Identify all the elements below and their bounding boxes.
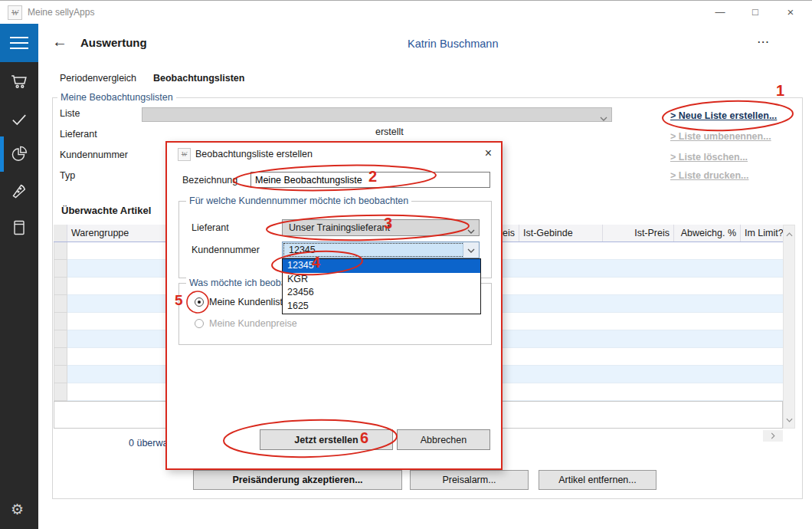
pie-chart-icon[interactable]	[10, 145, 28, 163]
dropdown-option[interactable]: 12345	[283, 259, 480, 273]
link-neue-liste-erstellen[interactable]: > Neue Liste erstellen...	[670, 110, 777, 121]
minimize-button[interactable]: —	[702, 1, 738, 24]
maximize-button[interactable]: □	[738, 1, 773, 24]
bezeichnung-label: Bezeichnung	[182, 175, 237, 186]
app-window: W Meine sellyApps — □ ×	[0, 0, 812, 529]
tab-beobachtungslisten[interactable]: Beobachtungslisten	[153, 73, 244, 84]
page-title: Auswertung	[80, 36, 147, 49]
jetzt-erstellen-button[interactable]: Jetzt erstellen	[260, 429, 393, 450]
typ-label: Typ	[60, 170, 75, 181]
col-abweichg[interactable]: Abweichg. %	[674, 225, 741, 242]
link-liste-drucken[interactable]: > Liste drucken...	[670, 170, 748, 181]
window-titlebar[interactable]: W Meine sellyApps — □ ×	[0, 1, 812, 24]
scroll-right-icon[interactable]	[763, 430, 783, 442]
kundennummer-group-title: Für welche Kundennummer möchte ich beoba…	[186, 196, 411, 206]
sidebar: ⚙	[0, 24, 38, 529]
dropdown-option[interactable]: KGR	[283, 273, 480, 287]
create-watchlist-dialog: W Beobachtungsliste erstellen × Bezeichn…	[165, 141, 503, 470]
more-menu-icon[interactable]: ⋯	[757, 34, 771, 49]
lieferant-value: Unser Trainingslieferant	[289, 222, 390, 233]
dialog-lieferant-label: Lieferant	[192, 222, 229, 233]
gear-icon[interactable]: ⚙	[11, 501, 24, 518]
lieferant-label: Lieferant	[60, 129, 97, 140]
radio-meine-kundenpreise[interactable]	[195, 319, 204, 328]
chevron-down-icon[interactable]	[463, 242, 479, 258]
col-rowheader	[54, 225, 67, 242]
radio-kundenpreise-label: Meine Kundenpreise	[209, 318, 297, 329]
shopping-cart-icon[interactable]	[10, 72, 28, 90]
scroll-up-icon[interactable]	[786, 228, 793, 239]
dialog-title: Beobachtungsliste erstellen	[195, 149, 313, 159]
dialog-close-icon[interactable]: ×	[485, 146, 492, 160]
back-arrow-icon[interactable]: ←	[52, 33, 67, 51]
radio-meine-kundenliste[interactable]	[195, 297, 204, 307]
dialog-titlebar[interactable]: W Beobachtungsliste erstellen ×	[167, 143, 501, 164]
kundennummer-value: 12345	[289, 245, 316, 255]
dialog-kundennummer-label: Kundennummer	[192, 245, 260, 255]
scroll-down-icon[interactable]	[786, 414, 793, 425]
col-ist-gebinde[interactable]: Ist-Gebinde	[519, 225, 603, 242]
watchlists-group-title: Meine Beobachtungslisten	[57, 92, 176, 103]
kundennummer-label: Kundennummer	[60, 150, 128, 160]
checkmark-icon[interactable]	[10, 110, 28, 128]
preisalarm-button[interactable]: Preisalarm...	[410, 470, 529, 490]
liste-label: Liste	[60, 108, 80, 119]
kundennummer-dropdown-list: 12345 KGR 23456 1625	[282, 258, 481, 314]
erstellt-label: erstellt	[375, 127, 404, 137]
link-liste-loeschen[interactable]: > Liste löschen...	[670, 152, 748, 163]
radio-kundenliste-label: Meine Kundenliste	[209, 297, 288, 307]
user-name: Katrin Buschmann	[408, 38, 498, 50]
preisaenderung-akzeptieren-button[interactable]: Preisänderung akzeptieren...	[193, 470, 402, 490]
col-im-limit[interactable]: Im Limit?	[741, 225, 783, 242]
abbrechen-button[interactable]: Abbrechen	[397, 429, 490, 450]
liste-select[interactable]	[142, 107, 612, 122]
vertical-scrollbar[interactable]	[783, 225, 795, 429]
chevron-down-icon	[467, 225, 475, 236]
bezeichnung-input[interactable]	[250, 172, 490, 188]
dropdown-option[interactable]: 23456	[283, 286, 480, 300]
chevron-down-icon	[600, 113, 607, 123]
lieferant-select[interactable]: Unser Trainingslieferant	[282, 219, 480, 236]
kundennummer-select[interactable]: 12345	[282, 242, 480, 258]
dialog-logo-icon: W	[178, 148, 191, 161]
col-ist-preis[interactable]: Ist-Preis	[603, 225, 674, 242]
book-icon[interactable]	[10, 219, 28, 237]
artikel-entfernen-button[interactable]: Artikel entfernen...	[539, 470, 656, 490]
active-nav-indicator	[0, 136, 4, 172]
articles-title: Überwachte Artikel	[61, 205, 151, 216]
window-title: Meine sellyApps	[28, 7, 94, 18]
price-tag-icon[interactable]	[10, 182, 28, 200]
tab-periodenvergleich[interactable]: Periodenvergleich	[60, 73, 136, 84]
dropdown-option[interactable]: 1625	[283, 300, 480, 314]
close-button[interactable]: ×	[773, 1, 808, 24]
app-logo-icon: W	[8, 5, 22, 20]
link-liste-umbenennen[interactable]: > Liste umbenennen...	[670, 131, 771, 142]
hamburger-menu-icon[interactable]	[0, 24, 38, 62]
